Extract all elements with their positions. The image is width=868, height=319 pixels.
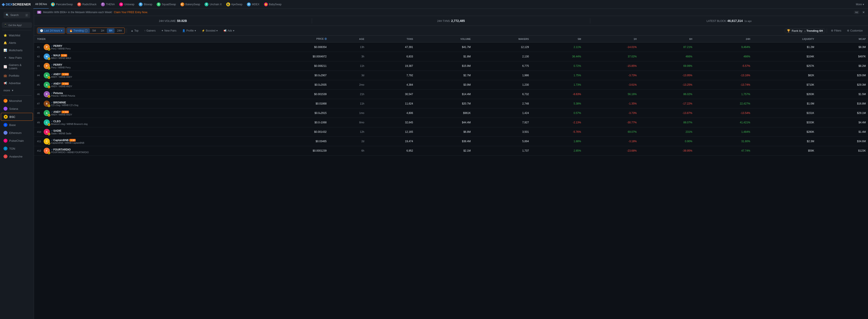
- sidebar-item-advertise[interactable]: 📢 Advertise: [1, 79, 33, 86]
- gainers-arrow-icon: ↑: [144, 29, 146, 32]
- table-row[interactable]: #11CB✓CaptainBNB⚡60CaptainBNB / WBNB Cap…: [34, 137, 868, 146]
- customize-button[interactable]: ⚙ Customize: [845, 28, 865, 33]
- mcap-cell: $123K: [816, 146, 868, 155]
- table-row[interactable]: #10SB✓SADIESadie / WBNB Sadie$0.00143212…: [34, 127, 868, 137]
- age-cell: 11h: [329, 61, 367, 71]
- sidebar-item-ton[interactable]: T TON: [1, 145, 33, 152]
- dex-thena[interactable]: T THENA: [99, 0, 117, 9]
- m5-cell: 5.38%: [531, 99, 583, 108]
- liquidity-cell: $1.2M: [752, 42, 816, 52]
- token-pair: MAUI / WBNB MAUI: [51, 57, 71, 59]
- price-cell: $0.0₆2915: [257, 108, 329, 118]
- dex-babyswap[interactable]: 👶 BabySwap: [262, 0, 284, 9]
- sidebar-item-alerts[interactable]: 🔔 Alerts: [1, 39, 33, 46]
- sidebar-item-pulsechain[interactable]: P PulseChain: [1, 137, 33, 144]
- dex-mdex[interactable]: M MDEX: [245, 0, 262, 9]
- sidebar-item-watchlist[interactable]: ⭐ Watchlist: [1, 32, 33, 39]
- token-info: ✓ANDY⚡500ANDY / WBNB ANDY: [51, 73, 72, 78]
- mcap-cell: $497K: [816, 52, 868, 61]
- token-name: ANDY: [53, 110, 61, 113]
- h6-cell: -13.95%: [639, 71, 695, 80]
- ads-button[interactable]: 📢 Ads ▾: [221, 28, 237, 33]
- more-dexes-button[interactable]: More ▾: [854, 2, 866, 7]
- token-name: BROWNIE: [53, 101, 66, 104]
- search-icon: 🔍: [6, 13, 9, 16]
- sidebar-item-more[interactable]: more ▾: [1, 87, 33, 94]
- sidebar-item-moonshot[interactable]: 🌙 Moonshot: [1, 97, 33, 105]
- table-row[interactable]: #6PB✓PetuniaPetunia / WBNB Petunia$0.001…: [34, 90, 868, 99]
- price-cell: $0.008211: [257, 61, 329, 71]
- time-6h-button[interactable]: 6H: [107, 28, 115, 33]
- time-filter-button[interactable]: 🕐 Last 24 hours ▾: [38, 28, 64, 33]
- chevron-down-icon: ▾: [61, 29, 62, 32]
- table-row[interactable]: #8AB✓ANDY⚡500ANDY / WBNB ANDY$0.0₆29151m…: [34, 108, 868, 118]
- price-cell: $0.0₆2935: [257, 80, 329, 90]
- liquidity-cell: $263K: [752, 90, 816, 99]
- get-app-button[interactable]: 📱 Get the App!: [2, 22, 32, 28]
- token-rank: #3: [37, 65, 42, 67]
- search-button[interactable]: 🔍 Search /: [3, 12, 30, 19]
- table-row[interactable]: #7BB✓BROWNIECZ's Dog / WBNB CZ's Dog$0.0…: [34, 99, 868, 108]
- sidebar-item-avalanche[interactable]: A Avalanche: [1, 153, 33, 160]
- table-row[interactable]: #12FB✓FOURTARDIOFOURTARDIO / WBNB FOURTA…: [34, 146, 868, 155]
- fire-icon: 🔥: [69, 29, 73, 32]
- dex-pancakeswap[interactable]: 🥞 PancakeSwap: [49, 0, 75, 9]
- h6-cell: -17.22%: [639, 99, 695, 108]
- price-cell: $0.01868: [257, 99, 329, 108]
- bsc-chain-icon: B: [4, 115, 8, 119]
- boosted-button[interactable]: ⚡ Boosted ▾: [199, 28, 220, 33]
- time-1h-button[interactable]: 1H: [98, 28, 106, 33]
- sidebar-item-gainers-losers[interactable]: 📈 Gainers & Losers: [1, 62, 33, 72]
- apeswap-icon: 🦍: [226, 2, 230, 6]
- profile-button[interactable]: 👤 Profile ▾: [180, 28, 198, 33]
- dex-radioshack[interactable]: R RadioShack: [75, 0, 99, 9]
- top-button[interactable]: ▲ Top: [129, 28, 141, 33]
- stat-volume: 24H VOLUME: $9.82B: [34, 18, 312, 24]
- trending-button[interactable]: 🔥 Trending i: [67, 28, 90, 33]
- txns-cell: 19,474: [366, 137, 415, 146]
- thena-icon: T: [101, 2, 105, 6]
- table-row[interactable]: #4AB✓ANDY⚡500ANDY / WBNB ANDY$0.0₆29073d…: [34, 71, 868, 80]
- token-pair: ANDY / WBNB ANDY: [51, 85, 72, 87]
- dex-bakeryswap[interactable]: 🍞 BakerySwap: [178, 0, 202, 9]
- time-24h-button[interactable]: 24H: [115, 28, 124, 33]
- token-pair: Petunia / WBNB Petunia: [51, 95, 75, 97]
- token-info: ✓CLEOBinance's dog / WBNB Binance's dog: [51, 120, 88, 125]
- time-5m-button[interactable]: 5M: [90, 28, 98, 33]
- mcap-cell: $29.0M: [816, 71, 868, 80]
- sidebar-item-base[interactable]: B Base: [1, 121, 33, 129]
- promo-link[interactable]: Claim Your FREE Entry Now.: [114, 11, 148, 14]
- table-row[interactable]: #1PB✓PERRYPerry / WBNB Perry$0.00835413h…: [34, 42, 868, 52]
- table-row[interactable]: #2MB✓MAUI⚡30MAUI / WBNB MAUI$0.00049723h…: [34, 52, 868, 61]
- base-chain-icon: B: [3, 123, 7, 127]
- col-age: AGE: [329, 36, 367, 42]
- dex-unchainx[interactable]: X Unchain X: [202, 0, 224, 9]
- mcap-cell: $8.3M: [816, 42, 868, 52]
- filters-button[interactable]: ⚙ Filters: [829, 28, 844, 33]
- sidebar-item-multicharts[interactable]: 📊 Multicharts: [1, 47, 33, 54]
- token-rank: #4: [37, 74, 42, 77]
- sidebar-item-bsc[interactable]: B BSC: [1, 113, 33, 121]
- table-row[interactable]: #9CB✓CLEOBinance's dog / WBNB Binance's …: [34, 118, 868, 127]
- dex-uniswap[interactable]: U Uniswap: [117, 0, 136, 9]
- table-row[interactable]: #5AB✓ANDY⚡500ANDY / WBNB ANDY$0.0₆29352m…: [34, 80, 868, 90]
- boost-badge: ⚡500: [61, 82, 69, 85]
- dex-biswap[interactable]: B Biswap: [136, 0, 154, 9]
- all-dexes-button[interactable]: All DEXes: [33, 0, 49, 9]
- makers-cell: 1,424: [473, 108, 531, 118]
- dex-apeswap[interactable]: 🦍 ApeSwap: [224, 0, 245, 9]
- txns-cell: 6,833: [366, 52, 415, 61]
- gainers-button[interactable]: ↑ Gainers: [142, 28, 158, 33]
- age-cell: 12h: [329, 127, 367, 137]
- mcap-cell: $29.3M: [816, 80, 868, 90]
- sidebar-item-portfolio[interactable]: 💼 Portfolio: [1, 72, 33, 79]
- new-pairs-button[interactable]: ✦ New Pairs: [159, 28, 179, 33]
- h1-cell: 37.02%: [583, 52, 639, 61]
- logo-dex: DEXSCREENER: [6, 2, 31, 6]
- dex-squadswap[interactable]: S SquadSwap: [154, 0, 178, 9]
- sidebar-item-ethereum[interactable]: Ξ Ethereum: [1, 129, 33, 137]
- sidebar-item-solana[interactable]: ◎ Solana: [1, 105, 33, 112]
- sidebar-item-new-pairs[interactable]: ✦ New Pairs: [1, 54, 33, 61]
- table-row[interactable]: #3PB✓PERRYPerry / WBNB Perry$0.00821111h…: [34, 61, 868, 71]
- close-promo-button[interactable]: ✕: [862, 10, 865, 14]
